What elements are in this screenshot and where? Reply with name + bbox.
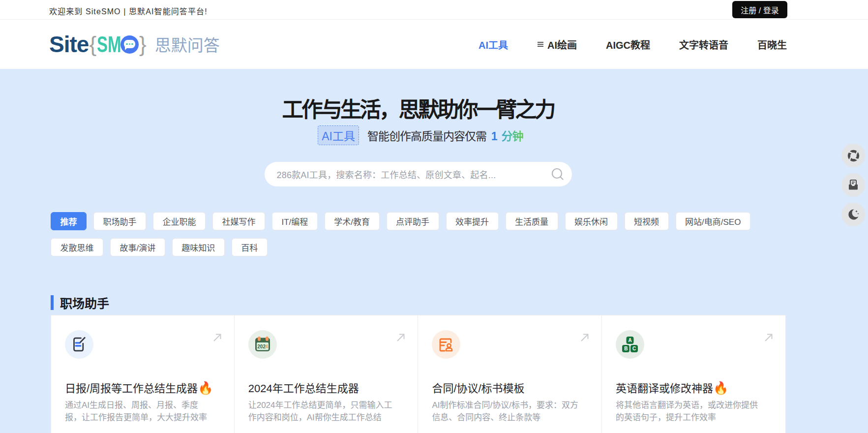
svg-text:202: 202 [257,344,266,349]
svg-text:C: C [632,346,636,351]
svg-text:A: A [628,338,631,343]
svg-text:B: B [624,346,628,351]
svg-text:4: 4 [265,344,268,349]
